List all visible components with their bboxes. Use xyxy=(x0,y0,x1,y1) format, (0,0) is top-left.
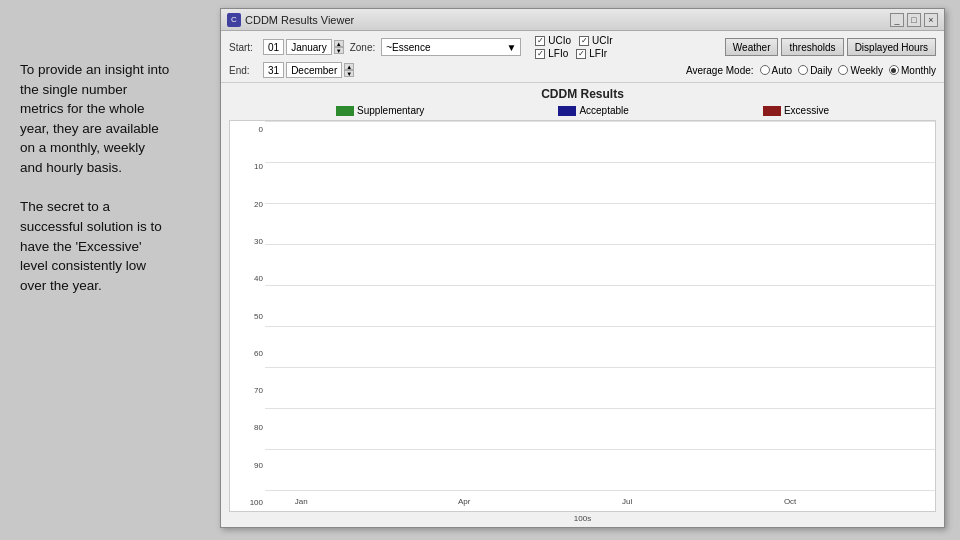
lfio-checkbox[interactable] xyxy=(535,49,545,59)
app-icon: C xyxy=(227,13,241,27)
paragraph-1: To provide an insight into the single nu… xyxy=(20,60,170,177)
legend-supplementary-color xyxy=(336,106,354,116)
legend-excessive-color xyxy=(763,106,781,116)
checkbox-lfir[interactable]: LFIr xyxy=(576,48,607,59)
window-title: CDDM Results Viewer xyxy=(245,14,354,26)
dropdown-arrow-icon: ▼ xyxy=(506,42,516,53)
chart-title: CDDM Results xyxy=(229,87,936,101)
legend-acceptable: Acceptable xyxy=(558,105,628,116)
start-day[interactable]: 01 xyxy=(263,39,284,55)
start-label: Start: xyxy=(229,42,257,53)
start-date-spinner[interactable]: ▲ ▼ xyxy=(334,40,344,54)
ucio-checkbox[interactable] xyxy=(535,36,545,46)
end-day[interactable]: 31 xyxy=(263,62,284,78)
toolbar-buttons: Weather thresholds Displayed Hours xyxy=(725,38,936,56)
checkbox-ucio[interactable]: UCIo xyxy=(535,35,571,46)
spin-down[interactable]: ▼ xyxy=(334,47,344,54)
auto-radio[interactable] xyxy=(760,65,770,75)
displayed-hours-button[interactable]: Displayed Hours xyxy=(847,38,936,56)
bars-container xyxy=(265,121,935,491)
chart-bottom-label: 100s xyxy=(229,514,936,523)
legend-excessive: Excessive xyxy=(763,105,829,116)
x-axis: JanAprJulOct xyxy=(265,491,935,511)
end-month[interactable]: December xyxy=(286,62,342,78)
checkbox-lfio[interactable]: LFIo xyxy=(535,48,568,59)
minimize-button[interactable]: _ xyxy=(890,13,904,27)
chart-area: CDDM Results Supplementary Acceptable Ex… xyxy=(221,83,944,527)
start-month[interactable]: January xyxy=(286,39,332,55)
radio-daily[interactable]: Daily xyxy=(798,65,832,76)
x-label: Apr xyxy=(438,497,490,506)
window-controls: _ □ × xyxy=(890,13,938,27)
weekly-radio[interactable] xyxy=(838,65,848,75)
toolbar: Start: 01 January ▲ ▼ Zone: ~Es xyxy=(221,31,944,83)
radio-monthly[interactable]: Monthly xyxy=(889,65,936,76)
zone-label: Zone: xyxy=(350,42,376,53)
legend-supplementary: Supplementary xyxy=(336,105,424,116)
average-mode-label: Average Mode: xyxy=(686,65,754,76)
thresholds-button[interactable]: thresholds xyxy=(781,38,843,56)
title-bar: C CDDM Results Viewer _ □ × xyxy=(221,9,944,31)
x-label: Oct xyxy=(764,497,816,506)
spin-up[interactable]: ▲ xyxy=(334,40,344,47)
monthly-radio[interactable] xyxy=(889,65,899,75)
end-label: End: xyxy=(229,65,257,76)
chart-inner: JanAprJulOct xyxy=(265,121,935,511)
ucir-checkbox[interactable] xyxy=(579,36,589,46)
desktop: To provide an insight into the single nu… xyxy=(0,0,960,540)
chart-legend: Supplementary Acceptable Excessive xyxy=(229,105,936,116)
checkbox-ucir[interactable]: UCIr xyxy=(579,35,613,46)
title-bar-left: C CDDM Results Viewer xyxy=(227,13,354,27)
end-spin-down[interactable]: ▼ xyxy=(344,70,354,77)
radio-weekly[interactable]: Weekly xyxy=(838,65,883,76)
close-button[interactable]: × xyxy=(924,13,938,27)
toolbar-row-1: Start: 01 January ▲ ▼ Zone: ~Es xyxy=(229,35,936,59)
daily-radio[interactable] xyxy=(798,65,808,75)
paragraph-2: The secret to a successful solution is t… xyxy=(20,197,170,295)
left-panel: To provide an insight into the single nu… xyxy=(0,0,185,330)
checkbox-group: UCIo UCIr LFIo xyxy=(535,35,612,59)
end-date-input: 31 December ▲ ▼ xyxy=(263,62,354,78)
end-spin-up[interactable]: ▲ xyxy=(344,63,354,70)
end-date-spinner[interactable]: ▲ ▼ xyxy=(344,63,354,77)
x-label: Jan xyxy=(275,497,327,506)
radio-auto[interactable]: Auto xyxy=(760,65,793,76)
average-mode: Average Mode: Auto Daily Weekly xyxy=(686,65,936,76)
y-axis: 100 90 80 70 60 50 40 30 20 10 0 xyxy=(230,121,265,511)
x-label: Jul xyxy=(601,497,653,506)
weather-button[interactable]: Weather xyxy=(725,38,779,56)
legend-acceptable-color xyxy=(558,106,576,116)
maximize-button[interactable]: □ xyxy=(907,13,921,27)
start-date-input: 01 January ▲ ▼ xyxy=(263,39,344,55)
lfir-checkbox[interactable] xyxy=(576,49,586,59)
toolbar-row-2: End: 31 December ▲ ▼ Average Mode: xyxy=(229,62,936,78)
main-window: C CDDM Results Viewer _ □ × Start: 01 xyxy=(220,8,945,528)
chart-container: 100 90 80 70 60 50 40 30 20 10 0 xyxy=(229,120,936,512)
zone-dropdown[interactable]: ~Essence ▼ xyxy=(381,38,521,56)
